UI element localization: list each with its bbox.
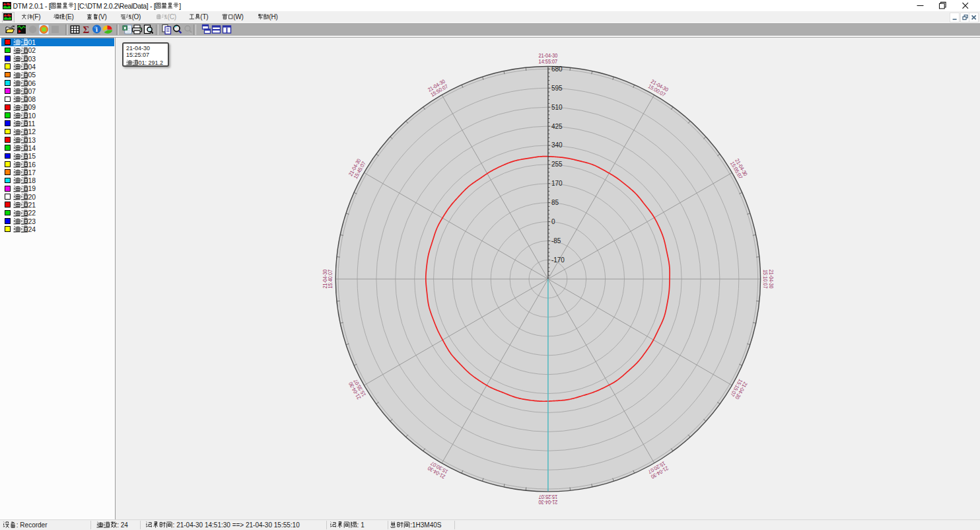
svg-text:i: i <box>96 26 98 33</box>
svg-text:-85: -85 <box>551 237 561 245</box>
svg-text:85: 85 <box>551 199 559 206</box>
svg-text:14:55:07: 14:55:07 <box>539 59 558 65</box>
svg-text:170: 170 <box>551 180 563 187</box>
svg-text:510: 510 <box>551 104 563 111</box>
svg-text:255: 255 <box>551 161 563 168</box>
svg-text:Σ: Σ <box>83 24 89 35</box>
svg-text:425: 425 <box>551 123 563 130</box>
svg-text:15:10:07: 15:10:07 <box>763 270 769 289</box>
svg-text:680: 680 <box>551 65 563 73</box>
svg-text:340: 340 <box>551 141 563 149</box>
svg-text:595: 595 <box>551 85 563 92</box>
svg-text:0: 0 <box>551 218 555 225</box>
svg-text:-170: -170 <box>551 256 565 264</box>
svg-text:15:40:07: 15:40:07 <box>328 270 333 289</box>
svg-text:15:25:07: 15:25:07 <box>538 494 557 500</box>
